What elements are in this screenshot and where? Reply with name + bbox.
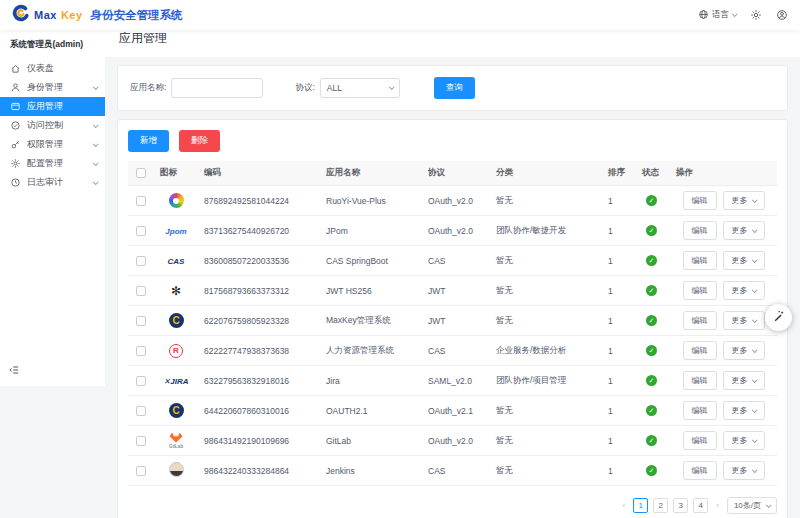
more-button[interactable]: 更多 <box>723 191 765 210</box>
more-button[interactable]: 更多 <box>723 461 765 480</box>
add-button[interactable]: 新增 <box>128 130 169 152</box>
cell-category: 暂无 <box>496 315 513 325</box>
edit-button[interactable]: 编辑 <box>683 401 717 420</box>
more-button[interactable]: 更多 <box>723 221 765 240</box>
row-checkbox[interactable] <box>136 376 146 386</box>
more-button-label: 更多 <box>732 195 748 206</box>
row-checkbox[interactable] <box>136 316 146 326</box>
edit-button[interactable]: 编辑 <box>683 341 717 360</box>
row-checkbox[interactable] <box>136 436 146 446</box>
sidebar-item-label: 日志审计 <box>27 176 87 189</box>
chevron-down-icon <box>751 287 757 293</box>
more-button[interactable]: 更多 <box>723 281 765 300</box>
maxkey-logo: C <box>169 403 184 418</box>
maxkey-logo: C <box>169 313 184 328</box>
chevron-down-icon <box>751 197 757 203</box>
chevron-down-icon <box>93 141 99 147</box>
edit-button[interactable]: 编辑 <box>683 281 717 300</box>
status-enabled-icon: ✓ <box>646 435 657 446</box>
filter-panel: 应用名称: 协议: ALL 查询 <box>117 65 788 111</box>
status-enabled-icon: ✓ <box>646 405 657 416</box>
next-page-button[interactable]: › <box>713 501 722 510</box>
app-name-label: 应用名称: <box>130 82 166 94</box>
table-row: GitLab986431492190109696GitLabOAuth_v2.0… <box>128 426 777 456</box>
prev-page-button[interactable]: ‹ <box>620 501 629 510</box>
sidebar-item-config[interactable]: 配置管理 <box>0 154 105 173</box>
sidebar-item-label: 权限管理 <box>27 138 87 151</box>
cell-category: 暂无 <box>496 285 513 295</box>
cell-category: 暂无 <box>496 195 513 205</box>
sidebar-item-apps[interactable]: 应用管理 <box>0 97 105 116</box>
more-button[interactable]: 更多 <box>723 371 765 390</box>
cell-name: Jenkins <box>326 466 355 476</box>
edit-button[interactable]: 编辑 <box>683 221 717 240</box>
select-all-checkbox[interactable] <box>136 168 146 178</box>
delete-button[interactable]: 删除 <box>179 130 220 152</box>
row-checkbox[interactable] <box>136 406 146 416</box>
status-enabled-icon: ✓ <box>646 315 657 326</box>
row-checkbox[interactable] <box>136 466 146 476</box>
cell-code: 986432240333284864 <box>204 466 289 476</box>
more-button[interactable]: 更多 <box>723 251 765 270</box>
table-row: C644220607860310016OAUTH2.1OAuth_v2.1暂无1… <box>128 396 777 426</box>
search-button[interactable]: 查询 <box>434 77 475 99</box>
cell-code: 836008507220033536 <box>204 256 289 266</box>
row-checkbox[interactable] <box>136 226 146 236</box>
table-row: R622227747938373638人力资源管理系统CAS企业服务/数据分析1… <box>128 336 777 366</box>
page-button-3[interactable]: 3 <box>673 498 688 513</box>
sidebar-item-label: 应用管理 <box>27 100 97 113</box>
edit-button[interactable]: 编辑 <box>683 371 717 390</box>
jpom-logo: Jpom <box>165 227 186 236</box>
page-button-1[interactable]: 1 <box>633 498 648 513</box>
sidebar-item-identity[interactable]: 身份管理 <box>0 78 105 97</box>
chevron-down-icon <box>751 467 757 473</box>
row-checkbox[interactable] <box>136 196 146 206</box>
settings-gear-icon[interactable] <box>750 9 762 21</box>
edit-button[interactable]: 编辑 <box>683 461 717 480</box>
cell-category: 企业服务/数据分析 <box>496 345 566 355</box>
chevron-down-icon <box>751 347 757 353</box>
table-row: 876892492581044224RuoYi-Vue-PlusOAuth_v2… <box>128 186 777 216</box>
more-button[interactable]: 更多 <box>723 401 765 420</box>
more-button[interactable]: 更多 <box>723 311 765 330</box>
cell-sort: 1 <box>608 256 613 266</box>
chevron-down-icon <box>93 84 99 90</box>
page-size-value: 10条/页 <box>734 500 761 511</box>
collapse-menu-icon[interactable] <box>8 362 20 380</box>
user-avatar-icon[interactable] <box>776 9 788 21</box>
edit-button[interactable]: 编辑 <box>683 431 717 450</box>
sidebar-item-dashboard[interactable]: 仪表盘 <box>0 59 105 78</box>
floating-tool-button[interactable] <box>765 304 792 331</box>
more-button[interactable]: 更多 <box>723 431 765 450</box>
maxkey-logo-icon <box>12 4 30 26</box>
current-user-label: 系统管理员(admin) <box>0 30 105 59</box>
sidebar-item-label: 身份管理 <box>27 81 87 94</box>
chevron-down-icon <box>751 437 757 443</box>
page-button-2[interactable]: 2 <box>653 498 668 513</box>
row-checkbox[interactable] <box>136 256 146 266</box>
row-checkbox[interactable] <box>136 286 146 296</box>
cell-code: 876892492581044224 <box>204 196 289 206</box>
edit-button[interactable]: 编辑 <box>683 311 717 330</box>
protocol-select-value: ALL <box>327 83 342 93</box>
edit-button[interactable]: 编辑 <box>683 191 717 210</box>
chevron-down-icon <box>751 407 757 413</box>
sidebar-item-audit[interactable]: 日志审计 <box>0 173 105 192</box>
cell-protocol: OAuth_v2.0 <box>428 196 473 206</box>
more-button[interactable]: 更多 <box>723 341 765 360</box>
chevron-down-icon <box>751 227 757 233</box>
sidebar-item-access[interactable]: 访问控制 <box>0 116 105 135</box>
jira-logo: ✕JIRA <box>164 377 189 386</box>
page-size-select[interactable]: 10条/页 <box>727 497 777 514</box>
page-button-4[interactable]: 4 <box>693 498 708 513</box>
cell-sort: 1 <box>608 226 613 236</box>
chevron-down-icon <box>93 122 99 128</box>
sidebar-item-permission[interactable]: 权限管理 <box>0 135 105 154</box>
language-switcher[interactable]: 语言 <box>698 9 736 22</box>
edit-button[interactable]: 编辑 <box>683 251 717 270</box>
protocol-select[interactable]: ALL <box>320 78 400 98</box>
chevron-down-icon <box>732 11 738 17</box>
row-checkbox[interactable] <box>136 346 146 356</box>
chevron-down-icon <box>751 377 757 383</box>
app-name-input[interactable] <box>171 78 263 98</box>
